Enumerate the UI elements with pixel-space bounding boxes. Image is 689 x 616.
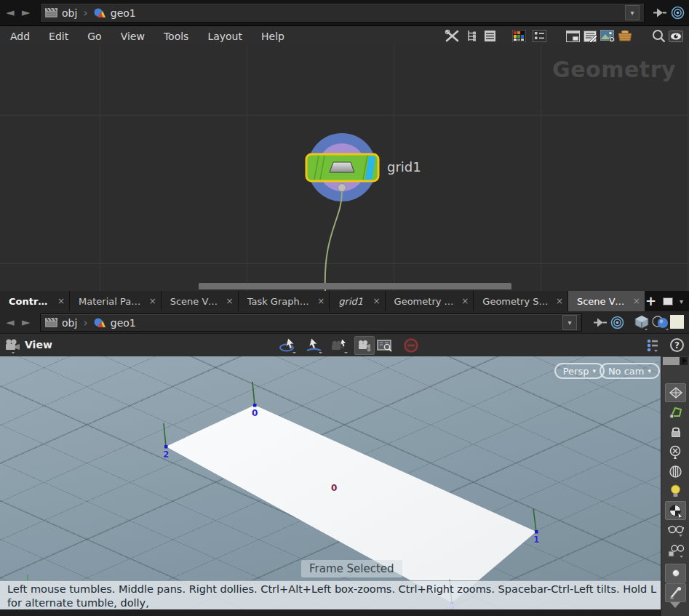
pane-layout-icon[interactable]: [663, 297, 673, 305]
tab-menu-dropdown[interactable]: ▾: [680, 297, 683, 305]
pin-icon[interactable]: [653, 7, 667, 18]
tab-controller2[interactable]: Controller2×: [0, 291, 69, 311]
scene-viewport[interactable]: 0 2 1 3 0 Persp▾ No cam▾ Frame Selected …: [0, 356, 689, 616]
network-editor[interactable]: Geometry grid1: [0, 45, 689, 291]
ghost-objects-button[interactable]: [665, 462, 686, 481]
close-icon[interactable]: ×: [220, 296, 234, 306]
camera-projection-menu[interactable]: Persp▾: [554, 363, 605, 379]
menu-items: Add Edit Go View Tools Layout Help: [7, 26, 300, 46]
tab-label: Geometry Spread...: [482, 296, 550, 307]
toolbar-overflow-button[interactable]: [670, 602, 680, 608]
select-geometry-button[interactable]: [665, 403, 686, 422]
frame-view-button[interactable]: [375, 336, 395, 355]
close-icon[interactable]: ×: [455, 296, 469, 306]
visibility-button[interactable]: [667, 28, 685, 45]
technical-tools-button[interactable]: [443, 28, 461, 45]
node-output-connector[interactable]: [338, 184, 346, 192]
toolbar-scrollbar[interactable]: [663, 357, 688, 365]
menu-view[interactable]: View: [118, 31, 155, 42]
forward-button[interactable]: ►: [22, 6, 31, 19]
pin-icon[interactable]: [594, 317, 608, 328]
close-icon[interactable]: ×: [52, 296, 65, 306]
tab-material-palette[interactable]: Material Palette×: [70, 291, 161, 311]
back-button[interactable]: ◄: [6, 6, 15, 19]
lock-camera-button[interactable]: [665, 423, 686, 441]
menu-bar: Add Edit Go View Tools Layout Help: [0, 25, 689, 45]
tab-label: Scene View: [577, 296, 627, 307]
help-button[interactable]: ?: [670, 338, 684, 352]
frame-magnifier-icon: [377, 339, 393, 352]
tab-geometry-spreadsheet-1[interactable]: Geometry Spread...×: [386, 291, 474, 311]
list-view-button[interactable]: [481, 28, 498, 45]
network-path-field[interactable]: obj › geo1 ▾: [40, 3, 645, 23]
display-materials-button[interactable]: [665, 501, 686, 520]
close-icon[interactable]: ×: [143, 296, 156, 306]
view-group-button[interactable]: [354, 336, 375, 355]
path-separator-icon: ›: [83, 316, 87, 329]
view-tumble-button[interactable]: [278, 336, 298, 355]
new-tab-button[interactable]: +: [645, 295, 656, 308]
network-hscrollbar[interactable]: [199, 283, 511, 289]
floating-panel-icon: [566, 31, 580, 42]
close-icon[interactable]: ×: [311, 296, 324, 306]
forward-button[interactable]: ►: [22, 316, 31, 329]
floating-panel-button[interactable]: [564, 28, 581, 45]
smooth-shading-menu-button[interactable]: [665, 521, 686, 540]
menu-tools[interactable]: Tools: [161, 31, 199, 42]
take-notes-button[interactable]: [581, 28, 599, 45]
background-color-swatch[interactable]: [670, 315, 684, 329]
geometry-display-icon[interactable]: [634, 315, 650, 330]
follow-focus-icon[interactable]: [610, 316, 624, 329]
menu-edit[interactable]: Edit: [46, 31, 79, 42]
show-points-button[interactable]: [665, 383, 686, 402]
search-button[interactable]: [650, 28, 667, 45]
color-palette-icon: [512, 30, 526, 42]
node-name-label[interactable]: grid1: [387, 159, 421, 175]
tab-geometry-spreadsheet-2[interactable]: Geometry Spread...×: [474, 291, 567, 311]
tree-view-icon: [466, 30, 479, 43]
close-icon[interactable]: ×: [627, 296, 640, 306]
viewer-path-field[interactable]: obj › geo1 ▾: [40, 313, 582, 332]
menu-bar-icons: [443, 26, 685, 46]
color-palette-button[interactable]: [510, 28, 527, 45]
menu-add[interactable]: Add: [7, 31, 40, 42]
path-root[interactable]: obj: [62, 7, 77, 19]
view-tool-icon[interactable]: [4, 338, 23, 354]
menu-layout[interactable]: Layout: [204, 31, 252, 42]
select-tool-button[interactable]: [304, 336, 324, 355]
back-button[interactable]: ◄: [6, 316, 15, 329]
tab-task-graph-table[interactable]: Task Graph Table×: [239, 291, 330, 311]
path-dropdown[interactable]: ▾: [625, 5, 640, 20]
path-node[interactable]: geo1: [111, 317, 136, 329]
path-node[interactable]: geo1: [111, 7, 136, 19]
path-dropdown[interactable]: ▾: [562, 315, 577, 330]
camera-move-button[interactable]: [329, 336, 349, 355]
display-normals-button[interactable]: [665, 583, 686, 602]
display-options-button[interactable]: [642, 336, 663, 355]
close-icon[interactable]: ×: [367, 296, 381, 306]
shelf-toggle-button[interactable]: [616, 28, 634, 45]
tumble-cursor-icon: [279, 337, 298, 353]
parameter-list-button[interactable]: [530, 28, 548, 45]
shade-open-curves-button[interactable]: [665, 542, 686, 561]
menu-go[interactable]: Go: [84, 31, 111, 42]
hide-other-objects-button[interactable]: [665, 442, 686, 461]
camera-select-menu[interactable]: No cam▾: [600, 363, 660, 379]
close-icon[interactable]: ×: [550, 296, 563, 306]
shading-mode-icon[interactable]: [652, 315, 669, 330]
camera-label: No cam: [608, 366, 645, 377]
tab-grid1[interactable]: grid1×: [330, 291, 384, 311]
display-points-button[interactable]: [665, 564, 686, 583]
snapshot-button[interactable]: [599, 28, 616, 45]
follow-focus-icon[interactable]: [671, 6, 685, 20]
no-op-indicator: [401, 336, 421, 355]
tree-view-button[interactable]: [463, 28, 481, 45]
menu-help[interactable]: Help: [258, 31, 295, 42]
notes-icon: [584, 31, 597, 42]
crossed-circle-pointer-icon: [669, 445, 682, 459]
tab-label: Controller2: [9, 296, 52, 307]
tab-scene-view-2[interactable]: Scene View×: [568, 291, 645, 311]
lighting-button[interactable]: [665, 481, 686, 500]
tab-scene-view-1[interactable]: Scene View×: [162, 291, 238, 311]
path-root[interactable]: obj: [62, 317, 77, 329]
